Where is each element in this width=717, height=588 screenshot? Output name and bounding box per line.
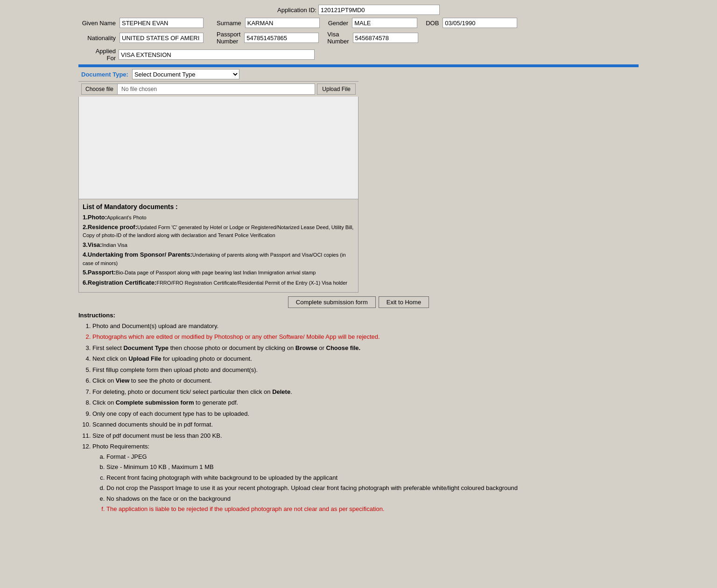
list-item: 1.Photo:Applicant's Photo [83, 213, 354, 222]
mandatory-docs-list: 1.Photo:Applicant's Photo 2.Residence pr… [83, 213, 354, 287]
upload-panel: Document Type: Select Document Type Choo… [78, 67, 358, 293]
upload-preview-area [78, 97, 358, 199]
list-item: Photographs which are edited or modified… [92, 332, 639, 342]
doc-type-select[interactable]: Select Document Type [132, 69, 239, 79]
instructions-list: Photo and Document(s) upload are mandato… [78, 322, 639, 514]
list-item: 6.Registration Certificate:FRRO/FRO Regi… [83, 279, 354, 287]
list-item: Click on View to see the photo or docume… [92, 376, 639, 385]
applied-for-input[interactable] [119, 49, 315, 60]
upload-outer: Document Type: Select Document Type Choo… [78, 67, 639, 293]
app-id-label: Application ID: [277, 7, 316, 14]
given-name-input[interactable] [120, 18, 204, 28]
dob-input[interactable] [443, 18, 517, 28]
nationality-input[interactable] [120, 33, 204, 43]
list-item: Recent front facing photograph with whit… [106, 473, 639, 483]
list-item: Click on Complete submission form to gen… [92, 398, 639, 407]
list-item: 4.Undertaking from Sponsor/ Parents:Unde… [83, 251, 354, 267]
info-rows: Given Name Surname Gender DOB Nationalit… [78, 18, 639, 64]
list-item: Photo and Document(s) upload are mandato… [92, 322, 639, 331]
doc-type-row: Document Type: Select Document Type [78, 67, 358, 82]
gender-label: Gender [328, 20, 348, 27]
gender-input[interactable] [352, 18, 417, 28]
buttons-row: Complete submission form Exit to Home [78, 296, 639, 308]
app-id-input[interactable] [318, 5, 440, 15]
nationality-passport-row: Nationality PassportNumber VisaNumber [78, 31, 639, 45]
applied-for-label: AppliedFor [78, 48, 116, 62]
surname-label: Surname [217, 20, 241, 27]
dob-label: DOB [426, 20, 439, 27]
photo-requirements-list: Format - JPEG Size - Minimum 10 KB , Max… [92, 452, 639, 514]
visa-label: VisaNumber [327, 31, 349, 45]
list-item: Only one copy of each document type has … [92, 409, 639, 419]
instructions-section: Instructions: Photo and Document(s) uplo… [78, 312, 639, 514]
list-item: 2.Residence proof:Updated Form 'C' gener… [83, 223, 354, 239]
list-item: 5.Passport:Bio-Data page of Passport alo… [83, 268, 354, 277]
mandatory-docs-title: List of Mandatory documents : [83, 203, 354, 210]
instructions-title: Instructions: [78, 312, 639, 319]
list-item: 3.Visa:Indian Visa [83, 241, 354, 249]
list-item: Format - JPEG [106, 452, 639, 462]
list-item: No shadows on the face or on the backgro… [106, 494, 639, 504]
choose-file-button[interactable]: Choose file [81, 84, 118, 95]
list-item: Scanned documents should be in pdf forma… [92, 420, 639, 429]
file-upload-row: Choose file No file chosen Upload File [78, 82, 358, 97]
complete-submission-button[interactable]: Complete submission form [288, 296, 376, 308]
list-item: Photo Requirements: Format - JPEG Size -… [92, 442, 639, 514]
visa-input[interactable] [353, 33, 418, 43]
list-item: For deleting, photo or document tick/ se… [92, 387, 639, 397]
no-file-label: No file chosen [118, 84, 315, 95]
passport-label: PassportNumber [217, 31, 240, 45]
app-id-row: Application ID: [78, 5, 639, 15]
list-item: First select Document Type then choose p… [92, 343, 639, 353]
list-item: Size - Minimum 10 KB , Maximum 1 MB [106, 462, 639, 472]
main-container: Application ID: Given Name Surname Gende… [78, 5, 639, 514]
given-name-label: Given Name [78, 20, 116, 27]
applied-for-row: AppliedFor [78, 48, 639, 62]
list-item: Do not crop the Passport Image to use it… [106, 483, 639, 493]
exit-to-home-button[interactable]: Exit to Home [379, 296, 429, 308]
mandatory-docs-section: List of Mandatory documents : 1.Photo:Ap… [78, 199, 358, 293]
upload-file-button[interactable]: Upload File [317, 84, 356, 95]
passport-input[interactable] [244, 33, 319, 43]
doc-type-label: Document Type: [81, 71, 128, 78]
surname-input[interactable] [245, 18, 320, 28]
nationality-label: Nationality [78, 35, 116, 42]
list-item: Next click on Upload File for uploading … [92, 354, 639, 364]
list-item: First fillup complete form then upload p… [92, 365, 639, 375]
name-row: Given Name Surname Gender DOB [78, 18, 639, 28]
list-item: The application is liable to be rejected… [106, 504, 639, 514]
list-item: Size of pdf document must be less than 2… [92, 431, 639, 441]
